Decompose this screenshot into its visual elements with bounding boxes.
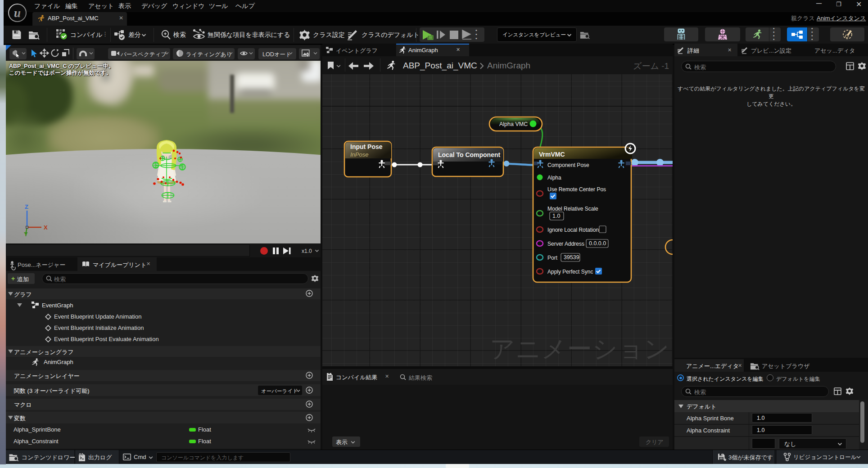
svg-text:Alpha VMC: Alpha VMC [499,121,528,127]
svg-text:Input Pose: Input Pose [350,143,383,150]
svg-text:VrmVMC: VrmVMC [539,151,565,158]
svg-text:Z: Z [25,203,28,210]
svg-text:Port: Port [547,255,558,261]
svg-text:Ignore Local Rotation: Ignore Local Rotation [547,227,599,233]
svg-text:0.0.0.0: 0.0.0.0 [589,240,606,247]
svg-text:Apply Perfect Sync: Apply Perfect Sync [547,269,593,275]
svg-text:Server Address: Server Address [547,241,584,247]
svg-text:Local To Component: Local To Component [438,151,501,158]
svg-text:Y: Y [24,231,28,238]
svg-text:Use Remote Center Pos: Use Remote Center Pos [547,186,606,193]
svg-text:InPose: InPose [350,151,368,158]
svg-text:X: X [44,224,48,231]
svg-text:Component Pose: Component Pose [547,162,589,168]
svg-text:39539: 39539 [564,254,579,261]
svg-text:u: u [14,6,21,20]
svg-text:Model Relative Scale: Model Relative Scale [547,206,598,212]
svg-text:Alpha: Alpha [547,175,561,181]
svg-text:1.0: 1.0 [552,213,560,219]
